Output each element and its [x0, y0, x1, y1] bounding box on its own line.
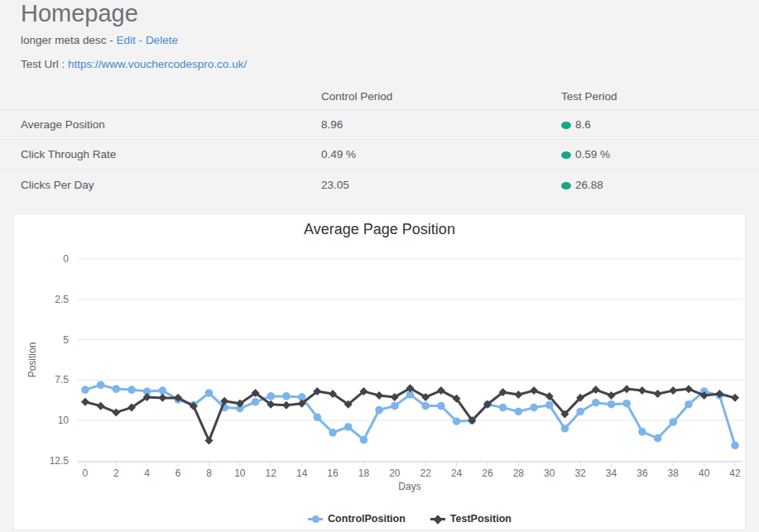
x-tick-label: 20	[389, 467, 401, 479]
data-point-ControlPosition	[205, 389, 214, 397]
x-tick-label: 0	[83, 467, 89, 479]
metric-label: Average Position	[0, 118, 321, 131]
x-tick-label: 42	[729, 467, 741, 479]
data-point-TestPosition	[204, 437, 213, 445]
data-point-TestPosition	[731, 394, 739, 402]
data-point-TestPosition	[158, 394, 166, 402]
data-point-ControlPosition	[360, 436, 368, 444]
edit-link[interactable]: Edit	[117, 34, 136, 46]
control-position-marker-icon	[308, 514, 323, 524]
x-tick-label: 10	[234, 467, 246, 479]
data-point-ControlPosition	[654, 434, 662, 443]
data-point-ControlPosition	[622, 400, 631, 408]
data-point-ControlPosition	[453, 417, 461, 425]
test-position-marker-icon	[430, 514, 445, 524]
data-point-ControlPosition	[113, 385, 121, 393]
link-separator: -	[139, 34, 143, 46]
y-tick-label: 0	[63, 253, 69, 265]
test-value: 8.6	[575, 118, 591, 131]
x-tick-label: 14	[296, 467, 308, 479]
y-tick-label: 7.5	[55, 374, 69, 386]
average-page-position-chart-panel: Average Page Position Position 02.557.51…	[13, 213, 746, 530]
x-tick-label: 34	[606, 467, 617, 479]
x-tick-label: 8	[206, 467, 212, 479]
data-point-TestPosition	[530, 386, 538, 395]
delete-link[interactable]: Delete	[146, 34, 178, 46]
table-row: Average Position 8.96 8.6	[0, 110, 759, 140]
metric-label: Clicks Per Day	[0, 179, 321, 191]
x-tick-label: 24	[451, 467, 463, 479]
data-point-ControlPosition	[329, 429, 337, 437]
table-row: Clicks Per Day 23.05 26.88	[0, 170, 759, 199]
control-value: 0.49 %	[321, 148, 561, 161]
chart-legend: ControlPosition TestPosition	[77, 513, 742, 525]
x-tick-label: 28	[513, 467, 525, 479]
data-point-ControlPosition	[127, 386, 136, 394]
data-point-ControlPosition	[252, 398, 260, 406]
control-value: 8.96	[321, 118, 561, 131]
x-tick-label: 40	[699, 467, 710, 479]
data-point-ControlPosition	[437, 402, 445, 410]
y-tick-label: 10	[58, 415, 70, 426]
data-point-ControlPosition	[669, 418, 677, 426]
data-point-TestPosition	[685, 385, 693, 393]
meta-description-line: longer meta desc - Edit - Delete	[21, 34, 178, 46]
improvement-dot	[561, 151, 571, 159]
data-point-TestPosition	[669, 386, 677, 395]
test-url-link[interactable]: https://www.vouchercodespro.co.uk/	[68, 58, 247, 70]
data-point-ControlPosition	[314, 413, 322, 421]
metric-label: Click Through Rate	[0, 148, 321, 161]
data-point-TestPosition	[81, 398, 89, 406]
x-tick-label: 26	[482, 467, 493, 479]
y-tick-label: 5	[63, 334, 69, 346]
y-tick-label: 12.5	[50, 455, 70, 467]
x-axis-title: Days	[77, 481, 742, 492]
x-tick-label: 32	[574, 467, 586, 479]
data-point-ControlPosition	[391, 402, 399, 410]
x-tick-label: 22	[420, 467, 432, 479]
legend-item-test-position[interactable]: TestPosition	[430, 513, 512, 525]
control-value: 23.05	[321, 179, 561, 191]
test-url-label: Test Url :	[21, 58, 65, 70]
data-point-ControlPosition	[344, 423, 353, 431]
improvement-dot	[561, 182, 571, 189]
legend-item-control-position[interactable]: ControlPosition	[308, 513, 406, 525]
data-point-ControlPosition	[576, 408, 584, 416]
data-point-TestPosition	[514, 391, 522, 399]
comparison-table: Control Period Test Period Average Posit…	[0, 83, 759, 199]
data-point-ControlPosition	[499, 404, 507, 412]
data-point-ControlPosition	[97, 381, 105, 389]
legend-label: TestPosition	[450, 513, 512, 525]
x-tick-label: 18	[358, 467, 370, 479]
control-period-header: Control Period	[321, 90, 561, 103]
test-value: 26.88	[575, 179, 603, 191]
x-tick-label: 4	[144, 467, 150, 479]
data-point-TestPosition	[608, 391, 616, 400]
data-point-ControlPosition	[282, 392, 291, 400]
improvement-dot	[561, 122, 571, 129]
legend-label: ControlPosition	[328, 513, 406, 525]
page-title: Homepage	[21, 0, 138, 31]
table-row: Click Through Rate 0.49 % 0.59 %	[0, 140, 759, 170]
data-point-TestPosition	[622, 385, 631, 393]
data-point-ControlPosition	[530, 404, 538, 412]
data-point-TestPosition	[638, 386, 646, 395]
data-point-ControlPosition	[545, 401, 554, 410]
data-point-ControlPosition	[81, 386, 89, 394]
data-point-ControlPosition	[685, 400, 693, 409]
x-tick-label: 6	[175, 467, 181, 479]
data-point-TestPosition	[112, 408, 120, 416]
data-point-ControlPosition	[267, 392, 275, 400]
data-point-TestPosition	[282, 401, 291, 410]
x-tick-label: 12	[266, 467, 277, 479]
x-tick-label: 16	[327, 467, 339, 479]
data-point-TestPosition	[654, 390, 662, 398]
test-url-line: Test Url : https://www.vouchercodespro.c…	[21, 58, 247, 70]
x-tick-label: 38	[668, 467, 680, 479]
x-tick-label: 2	[113, 467, 119, 479]
data-point-TestPosition	[375, 391, 383, 400]
page: Homepage longer meta desc - Edit - Delet…	[0, 0, 759, 532]
x-tick-label: 36	[637, 467, 648, 479]
data-point-ControlPosition	[608, 400, 616, 409]
data-point-ControlPosition	[731, 442, 739, 450]
